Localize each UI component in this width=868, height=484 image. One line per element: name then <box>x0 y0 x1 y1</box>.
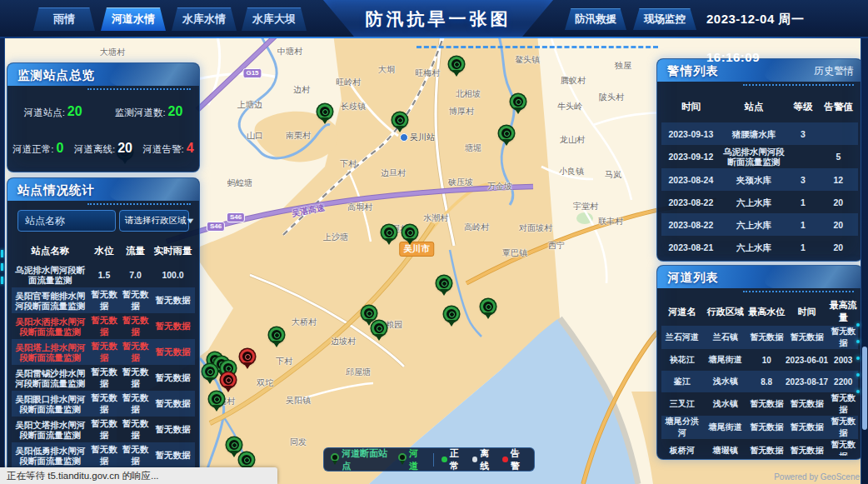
top-navbar: 雨情河道水情水库水情水库大坝 防汛抗旱一张图 防汛救援现场监控 2023-12-… <box>0 0 868 38</box>
value-cell: 2200 <box>829 377 858 387</box>
table-row[interactable]: 乌泥排水闸河段断面流量监测1.57.0100.0 <box>12 262 195 287</box>
column-header: 实时雨量 <box>151 245 195 257</box>
value-cell: 塘尾街道 <box>703 422 748 433</box>
station-marker-pin[interactable] <box>498 126 515 148</box>
legend-item-河道: 河道 <box>398 447 426 472</box>
station-marker-pin[interactable] <box>208 392 225 414</box>
station-marker-pin[interactable] <box>317 104 333 127</box>
stats-row-2: 河道正常:0河道离线:20河道告警:4 <box>7 141 199 156</box>
tab-水库大坝[interactable]: 水库大坝 <box>242 7 307 31</box>
region-select[interactable]: 请选择行政区域 ▼ <box>119 210 189 232</box>
table-row[interactable]: 吴阳文塔排水闸河段断面流量监测暂无数据暂无数据暂无数据 <box>12 417 195 442</box>
region-select-value: 请选择行政区域 <box>125 215 187 227</box>
time-cell: 2023-08-24 <box>661 175 721 185</box>
marker-tail <box>230 451 238 462</box>
value-cell: 鉴江 <box>661 376 703 387</box>
header-button-防汛救援[interactable]: 防汛救援 <box>565 8 626 30</box>
station-marker-pin[interactable] <box>443 307 460 329</box>
table-row[interactable]: 袂花江塘尾街道102023-06-012003 <box>661 349 858 371</box>
table-row[interactable]: 2023-09-13猪腰塘水库3 <box>661 122 858 145</box>
value-cell: 暂无数据 <box>151 372 195 384</box>
value-cell: 暂无数据 <box>151 398 195 410</box>
value-cell: 暂无数据 <box>88 315 119 338</box>
value-cell: 暂无数据 <box>88 444 119 467</box>
marker-glyph-station <box>449 312 455 317</box>
edge-dash-decoration <box>1 250 3 257</box>
marker-tail <box>224 386 232 397</box>
table-row[interactable]: 吴阳雷锡沙排水闸河段断面流量监测暂无数据暂无数据暂无数据 <box>12 365 195 391</box>
station-name-cell: 吴阳官哥能排水闸河段断面流量监测 <box>12 289 88 312</box>
map-place-label: 边坡村 <box>331 336 356 347</box>
station-marker-pin[interactable] <box>268 327 285 350</box>
left-edge-decoration <box>0 38 5 484</box>
map-place-label: 水潮村 <box>423 212 448 224</box>
station-marker-pin[interactable] <box>510 94 526 117</box>
station-marker-pin[interactable] <box>371 321 387 343</box>
station-marker-pin[interactable] <box>392 112 408 135</box>
map-place-label: 下村 <box>276 356 292 367</box>
table-row[interactable]: 吴阳水洒排水闸河段断面流量监测暂无数据暂无数据暂无数据 <box>12 313 195 339</box>
edge-dot-decoration <box>856 323 860 327</box>
table-row[interactable]: 塘尾分洪河塘尾街道暂无数据暂无数据暂无数据 <box>661 416 858 439</box>
alert-marker-pin[interactable] <box>239 349 256 372</box>
station-marker-pin[interactable] <box>381 225 397 247</box>
station-marker-pin[interactable] <box>480 299 496 322</box>
table-row[interactable]: 2023-08-22六上水库120 <box>661 213 858 236</box>
value-cell: 暂无数据 <box>748 422 786 433</box>
table-row[interactable]: 吴阳低勇排水闸河段断面流量监测暂无数据暂无数据暂无数据 <box>12 442 195 468</box>
map-place-label: 大桥村 <box>292 317 317 328</box>
table-row[interactable]: 2023-08-22六上水库120 <box>661 191 858 213</box>
table-row[interactable]: 2023-08-24夹颈水库312 <box>661 168 858 191</box>
status-dot-icon <box>441 457 446 462</box>
map-place-label: 中塘村 <box>277 46 302 57</box>
value-cell: 袂花江 <box>661 354 703 366</box>
map-place-label: 南栗村 <box>286 130 311 142</box>
marker-glyph-station <box>367 311 372 317</box>
value-cell: 暂无数据 <box>120 315 151 338</box>
alert-value-cell: 12 <box>819 175 858 185</box>
map-place-label: 马岚 <box>605 169 621 181</box>
station-marker-pin[interactable] <box>436 276 452 298</box>
table-row[interactable]: 吴阳官哥能排水闸河段断面流量监测暂无数据暂无数据暂无数据 <box>12 287 195 313</box>
value-cell: 暂无数据 <box>748 332 786 343</box>
station-name-input[interactable] <box>17 210 116 232</box>
value-cell: 暂无数据 <box>151 347 195 358</box>
marker-tail <box>321 117 329 128</box>
table-row[interactable]: 鉴江浅水镇8.82023-08-172200 <box>661 371 858 392</box>
value-cell: 塘尾街道 <box>703 354 748 366</box>
marker-glyph-station <box>214 397 220 402</box>
value-cell: 2003 <box>829 356 858 365</box>
table-row[interactable]: 兰石河道兰石镇暂无数据暂无数据暂无数据 <box>661 326 858 349</box>
stat-item: 河道告警:4 <box>143 141 194 156</box>
station-name-cell: 吴阳水洒排水闸河段断面流量监测 <box>12 315 88 338</box>
map-pin-icon <box>398 453 407 466</box>
station-marker-pin[interactable] <box>402 225 418 247</box>
alert-value-cell: 5 <box>819 152 858 162</box>
station-marker-pin[interactable] <box>202 364 218 387</box>
station-marker-pin[interactable] <box>448 57 465 79</box>
legend-label: 正常 <box>450 447 466 472</box>
table-row[interactable]: 2023-09-12乌泥排水闸河段断面流量监测5 <box>661 145 858 168</box>
table-row[interactable]: 吴阳眼口排水闸河段断面流量监测暂无数据暂无数据暂无数据 <box>12 391 195 417</box>
table-row[interactable]: 吴阳塔上排水闸河段断面流量监测暂无数据暂无数据暂无数据 <box>12 339 195 365</box>
table-row[interactable]: 三叉江浅水镇暂无数据暂无数据暂无数据 <box>661 392 858 416</box>
scrollbar-thumb[interactable] <box>862 347 867 430</box>
history-alerts-link[interactable]: 历史警情 <box>814 64 854 78</box>
station-cell: 乌泥排水闸河段断面流量监测 <box>721 145 787 168</box>
road-shield-S46: S46 <box>227 212 245 222</box>
legend-item-告警: 告警 <box>502 447 527 472</box>
stats-row-1: 河道站点:20监测河道数:20 <box>7 104 199 119</box>
marker-tail <box>502 139 511 150</box>
header-button-现场监控[interactable]: 现场监控 <box>633 8 696 30</box>
table-row[interactable]: 2023-08-21六上水库120 <box>661 236 858 257</box>
panel-title: 河道列表 <box>667 270 719 286</box>
status-dot-icon <box>472 457 477 462</box>
tab-水库水情[interactable]: 水库水情 <box>172 7 237 31</box>
marker-glyph-station <box>207 369 213 375</box>
table-row[interactable]: 板桥河塘㙍镇暂无数据暂无数据暂无数据 <box>661 439 858 456</box>
value-cell: 暂无数据 <box>120 341 151 364</box>
map-place-label: 上塘边 <box>237 99 262 111</box>
tab-河道水情[interactable]: 河道水情 <box>101 7 166 31</box>
tab-雨情[interactable]: 雨情 <box>33 7 95 31</box>
station-stats-panel: 站点情况统计 请选择行政区域 ▼ 站点名称水位流量实时雨量 乌泥排水闸河段断面流… <box>7 177 200 479</box>
